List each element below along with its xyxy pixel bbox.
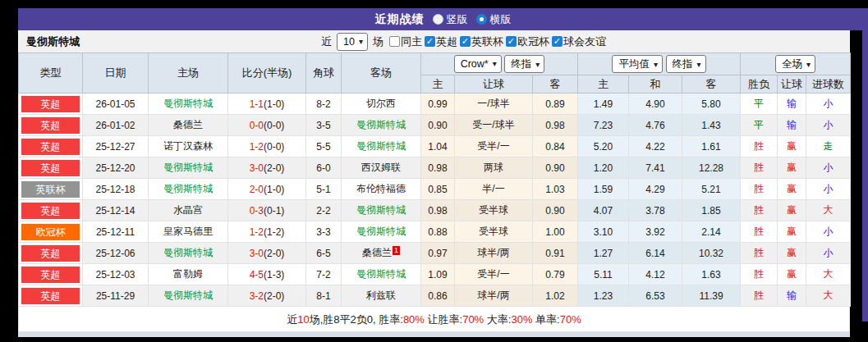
result-outcome: 胜 <box>741 243 778 264</box>
radio-checked-icon[interactable] <box>476 14 487 25</box>
result-goals: 小 <box>806 243 851 264</box>
layout-radio-horizontal[interactable]: 横版 <box>476 12 512 27</box>
full-time-score[interactable]: 1-1 <box>250 98 264 110</box>
score-cell[interactable]: 4-5(1-3) <box>228 264 306 285</box>
full-time-score[interactable]: 2-0 <box>250 184 264 195</box>
match-type-badge: 英超 <box>21 245 80 262</box>
score-cell[interactable]: 0-3(0-1) <box>228 200 306 221</box>
home-team[interactable]: 富勒姆 <box>173 268 203 280</box>
result-handicap: 赢 <box>778 264 806 285</box>
home-team[interactable]: 桑德兰 <box>173 119 203 130</box>
home-team[interactable]: 曼彻斯特城 <box>163 162 213 173</box>
score-cell[interactable]: 1-2(0-0) <box>228 136 306 157</box>
full-time-score[interactable]: 4-5 <box>250 269 264 280</box>
radio-unchecked-icon[interactable] <box>433 14 443 25</box>
result-handicap: 赢 <box>778 179 806 200</box>
score-cell[interactable]: 3-0(2-0) <box>228 243 306 264</box>
home-team[interactable]: 曼彻斯特城 <box>163 183 213 194</box>
europe-odds-source-select[interactable]: 平均值 ▾ <box>612 55 663 73</box>
euro-home-odds: 5.20 <box>578 136 629 157</box>
summary-part: 场,胜8平2负0, 胜率: <box>310 313 403 326</box>
away-team-name[interactable]: 曼彻斯特城 <box>356 226 406 237</box>
score-cell[interactable]: 3-0(2-0) <box>228 157 306 179</box>
euro-away-odds: 5.21 <box>682 179 741 200</box>
asian-away-odds: 0.98 <box>533 115 578 136</box>
match-row: 英超 25-12-03 富勒姆 4-5(1-3) 7-2 曼彻斯特城 1.09 … <box>19 264 851 285</box>
europe-odds-source-value: 平均值 <box>618 57 650 71</box>
score-cell[interactable]: 0-0(0-0) <box>228 115 306 136</box>
euro-draw-odds: 6.53 <box>629 285 682 307</box>
score-cell[interactable]: 3-2(2-0) <box>228 285 306 307</box>
full-time-score[interactable]: 3-0 <box>250 248 264 259</box>
europe-odds-time-select[interactable]: 终指 ▾ <box>666 55 706 73</box>
away-team-name[interactable]: 桑德兰 <box>362 247 392 258</box>
score-cell[interactable]: 2-0(1-0) <box>228 179 306 200</box>
full-time-score[interactable]: 1-2 <box>250 141 264 153</box>
result-goals: 小 <box>806 157 851 179</box>
asian-odds-time-value: 终指 <box>511 57 531 71</box>
asian-odds-time-select[interactable]: 终指 ▾ <box>504 55 544 73</box>
away-team-name[interactable]: 西汉姆联 <box>361 162 401 173</box>
team-name: 曼彻斯特城 <box>26 34 80 49</box>
home-team[interactable]: 曼彻斯特城 <box>163 98 213 109</box>
corner-score: 8-1 <box>306 285 342 307</box>
full-time-score[interactable]: 3-2 <box>250 290 264 302</box>
home-team[interactable]: 曼彻斯特城 <box>163 290 213 301</box>
home-team[interactable]: 水晶宫 <box>173 204 203 216</box>
asian-away-odds: 0.91 <box>533 243 578 264</box>
full-time-score[interactable]: 3-0 <box>250 162 264 174</box>
away-team-name[interactable]: 曼彻斯特城 <box>356 140 406 152</box>
full-time-score[interactable]: 0-0 <box>250 120 264 131</box>
away-team-name[interactable]: 切尔西 <box>366 98 396 109</box>
scope-select[interactable]: 全场 ▾ <box>775 55 815 73</box>
checkbox-checked-icon[interactable]: ✓ <box>552 36 563 47</box>
away-team-name[interactable]: 曼彻斯特城 <box>356 204 406 216</box>
odds-company-select[interactable]: Crow* ▾ <box>454 55 502 73</box>
league-filter-friendly[interactable]: ✓ 球会友谊 <box>552 34 606 49</box>
half-time-score: (1-2) <box>264 226 284 238</box>
home-team[interactable]: 皇家马德里 <box>163 226 213 237</box>
match-type-badge: 欧冠杯 <box>21 224 80 240</box>
checkbox-checked-icon[interactable]: ✓ <box>506 36 517 47</box>
away-team-name[interactable]: 布伦特福德 <box>356 183 406 194</box>
score-cell[interactable]: 1-2(1-2) <box>228 221 306 243</box>
sub-header-euro-away: 客 <box>682 75 741 93</box>
euro-home-odds: 5.11 <box>578 264 629 285</box>
euro-away-odds: 1.63 <box>682 264 741 285</box>
corner-score: 3-3 <box>306 221 342 243</box>
euro-away-odds: 1.85 <box>682 200 741 221</box>
same-home-filter[interactable]: 同主 <box>389 34 422 49</box>
match-date: 25-12-14 <box>83 200 149 221</box>
match-count-select[interactable]: 10 ▾ <box>337 33 368 51</box>
filter-bar: 曼彻斯特城 近 10 ▾ 场 同主 ✓ 英超 ✓ 英联杯 ✓ 欧冠杯 <box>18 30 850 52</box>
euro-draw-odds: 7.41 <box>629 157 682 179</box>
full-time-score[interactable]: 0-3 <box>250 205 264 217</box>
layout-radio-vertical[interactable]: 竖版 <box>433 12 468 27</box>
away-team-name[interactable]: 曼彻斯特城 <box>356 268 406 280</box>
score-cell[interactable]: 1-1(1-0) <box>228 93 306 115</box>
away-team-name[interactable]: 曼彻斯特城 <box>356 119 406 130</box>
col-header-score: 比分(半场) <box>228 53 306 93</box>
euro-draw-odds: 4.76 <box>629 115 682 136</box>
match-type-badge: 英超 <box>21 96 80 112</box>
euro-draw-odds: 4.29 <box>629 179 682 200</box>
asian-home-odds: 0.90 <box>421 115 455 136</box>
corner-score: 6-0 <box>306 157 342 179</box>
home-team[interactable]: 曼彻斯特城 <box>163 247 213 258</box>
match-type-badge: 英超 <box>21 288 80 304</box>
odds-company-value: Crow* <box>461 58 489 70</box>
away-team-name[interactable]: 利兹联 <box>366 290 396 301</box>
league-filter-ucl[interactable]: ✓ 欧冠杯 <box>506 34 549 49</box>
checkbox-unchecked-icon[interactable] <box>389 36 400 47</box>
half-time-score: (0-1) <box>264 205 284 217</box>
match-date: 25-12-03 <box>83 264 149 285</box>
checkbox-checked-icon[interactable]: ✓ <box>425 36 435 47</box>
checkbox-checked-icon[interactable]: ✓ <box>460 36 471 47</box>
result-goals: 走 <box>806 136 851 157</box>
league-filter-epl[interactable]: ✓ 英超 <box>425 34 457 49</box>
league-filter-league-cup[interactable]: ✓ 英联杯 <box>460 34 503 49</box>
home-team[interactable]: 诺丁汉森林 <box>163 140 213 152</box>
match-type-badge: 英超 <box>21 160 80 176</box>
full-time-score[interactable]: 1-2 <box>250 226 264 238</box>
euro-home-odds: 4.07 <box>578 200 629 221</box>
